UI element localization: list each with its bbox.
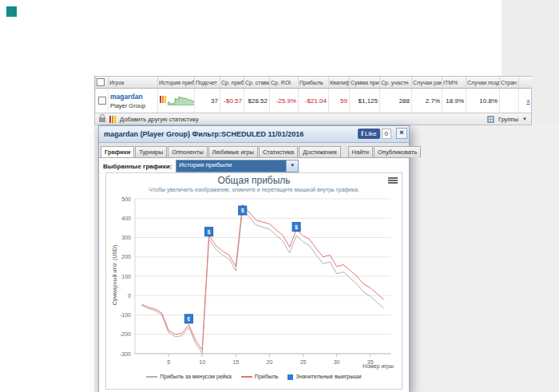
cell-avg-profit: -$0.57 bbox=[220, 89, 244, 113]
cell-avg-roi: -25.9% bbox=[270, 89, 299, 113]
row-checkbox-cell bbox=[96, 89, 109, 113]
profit-history-cell[interactable] bbox=[158, 89, 195, 113]
chart-select-value: История прибыли bbox=[176, 160, 286, 172]
remove-row-link[interactable]: x bbox=[527, 97, 530, 105]
svg-text:200: 200 bbox=[121, 254, 131, 259]
dialog-tabs: Графики Турниры Оппоненты Любимые игры С… bbox=[99, 143, 409, 158]
cell-qualified: 59 bbox=[329, 89, 350, 113]
legend-item-big-wins[interactable]: Значительные выигрыши bbox=[287, 374, 361, 380]
logo-fragment bbox=[6, 6, 17, 17]
svg-text:5: 5 bbox=[167, 359, 170, 365]
chevron-down-icon: ▼ bbox=[522, 117, 527, 121]
chart-select[interactable]: История прибыли ▼ bbox=[176, 160, 299, 172]
cell-avg-stake: $28.52 bbox=[244, 89, 270, 113]
column-header-country[interactable]: Стран bbox=[500, 77, 519, 89]
lock-icon bbox=[99, 117, 105, 122]
legend-item-net-profit[interactable]: Прибыль за минусом рейка bbox=[146, 374, 232, 379]
tab-opponents[interactable]: Оппоненты bbox=[168, 146, 207, 157]
cell-prize-total: $1,125 bbox=[350, 89, 380, 113]
svg-text:-100: -100 bbox=[120, 312, 131, 318]
player-graph-dialog: magardan (Player Group) Фильтр:SCHEDULED… bbox=[98, 125, 410, 392]
tab-tournaments[interactable]: Турниры bbox=[135, 146, 167, 157]
column-header-avg-roi[interactable]: Ср. ROI bbox=[270, 77, 299, 89]
column-header-qualified[interactable]: Квалиф bbox=[329, 77, 350, 89]
svg-text:€: € bbox=[188, 316, 191, 322]
facebook-like-widget: fLike 0 bbox=[358, 129, 391, 139]
table-row: magardan Player Group 37 -$0.57 $28.52 -… bbox=[96, 89, 532, 113]
svg-text:10: 10 bbox=[199, 359, 205, 365]
player-cell: magardan Player Group bbox=[109, 89, 158, 113]
add-statistic-button[interactable]: Добавить другую статистику bbox=[120, 116, 199, 123]
mini-graph-icon bbox=[160, 96, 166, 103]
svg-text:$: $ bbox=[295, 224, 298, 231]
player-group-label: Player Group bbox=[110, 102, 156, 109]
column-header-early-cases[interactable]: Случаи ран bbox=[412, 77, 442, 89]
svg-text:30: 30 bbox=[334, 359, 340, 365]
facebook-like-button[interactable]: fLike bbox=[358, 129, 379, 139]
column-header-avg-stake[interactable]: Ср. ставк bbox=[244, 77, 270, 89]
dialog-titlebar: magardan (Player Group) Фильтр:SCHEDULED… bbox=[99, 126, 409, 143]
cell-itm: 18.9% bbox=[442, 89, 466, 113]
facebook-icon: f bbox=[361, 130, 363, 137]
groups-icon bbox=[487, 116, 494, 123]
row-checkbox[interactable] bbox=[98, 97, 106, 105]
svg-text:$: $ bbox=[241, 208, 244, 214]
legend-line-sample bbox=[241, 376, 252, 378]
profit-sparkline[interactable] bbox=[168, 96, 194, 105]
cell-early-cases: 2.7% bbox=[412, 89, 442, 113]
groups-button[interactable]: Группы bbox=[498, 116, 518, 123]
chart-legend: Прибыль за минусом рейка Прибыль Значите… bbox=[106, 374, 402, 380]
chart-title: Общая прибыль bbox=[106, 175, 402, 186]
svg-text:500: 500 bbox=[121, 196, 131, 202]
column-header-profit[interactable]: Прибыль bbox=[299, 77, 329, 89]
tab-find[interactable]: Найти bbox=[348, 146, 373, 157]
column-header-history[interactable]: История приб bbox=[158, 77, 195, 89]
column-header-prize-total[interactable]: Сумма приз bbox=[350, 77, 380, 89]
dialog-title: magardan (Player Group) Фильтр:SCHEDULED… bbox=[104, 130, 303, 138]
tab-charts[interactable]: Графики bbox=[101, 146, 134, 157]
svg-text:25: 25 bbox=[300, 359, 307, 365]
chart-menu-icon[interactable] bbox=[388, 177, 398, 184]
column-header-count[interactable]: Подсчет bbox=[195, 77, 220, 89]
svg-text:-300: -300 bbox=[120, 351, 131, 357]
tab-statistics[interactable]: Статистика bbox=[259, 146, 298, 157]
svg-text:-200: -200 bbox=[120, 331, 131, 337]
legend-line-sample bbox=[146, 376, 157, 378]
like-count-badge: 0 bbox=[382, 129, 391, 139]
table-header-row: Игрок История приб Подсчет Ср. приб Ср. … bbox=[96, 77, 532, 89]
column-header-remove bbox=[519, 77, 532, 89]
svg-text:400: 400 bbox=[121, 216, 131, 221]
svg-text:100: 100 bbox=[121, 274, 131, 279]
x-axis-title: Номер игры bbox=[363, 363, 394, 369]
cell-profit: -$21.04 bbox=[299, 89, 329, 113]
chart-subtitle: Чтобы увеличить изображение, кликните и … bbox=[106, 187, 402, 192]
column-header-player[interactable]: Игрок bbox=[109, 77, 158, 89]
tab-publish[interactable]: Опубликовать bbox=[374, 146, 421, 157]
select-all-header[interactable] bbox=[96, 77, 109, 89]
cell-count: 37 bbox=[195, 89, 220, 113]
legend-item-profit[interactable]: Прибыль bbox=[241, 374, 279, 379]
column-header-avg-entrants[interactable]: Ср. участн bbox=[380, 77, 412, 89]
statistic-icon bbox=[109, 116, 116, 123]
profit-chart[interactable]: Общая прибыль Чтобы увеличить изображени… bbox=[105, 172, 402, 390]
column-header-late-cases[interactable]: Случаи позд bbox=[466, 77, 500, 89]
legend-square-sample bbox=[287, 374, 293, 380]
svg-text:300: 300 bbox=[121, 235, 131, 240]
y-axis-title: Суммарный итог (USD) bbox=[112, 200, 117, 351]
selected-charts-label: Выбранные графики: bbox=[103, 163, 172, 170]
cell-country bbox=[500, 89, 519, 113]
close-icon[interactable]: × bbox=[396, 128, 407, 139]
chart-plot-area[interactable]: -300-200-1000100200300400500510152025303… bbox=[106, 194, 400, 368]
player-stats-table: Игрок История приб Подсчет Ср. приб Ср. … bbox=[94, 76, 532, 125]
svg-text:15: 15 bbox=[232, 359, 239, 365]
chart-controls: Выбранные графики: История прибыли ▼ bbox=[99, 158, 409, 174]
column-header-itm[interactable]: ITM% bbox=[442, 77, 466, 89]
chevron-down-icon: ▼ bbox=[286, 160, 298, 172]
svg-text:20: 20 bbox=[267, 359, 273, 365]
column-header-avg-profit[interactable]: Ср. приб bbox=[220, 77, 244, 89]
svg-text:$: $ bbox=[208, 229, 211, 236]
tab-favorite-games[interactable]: Любимые игры bbox=[208, 146, 258, 157]
select-all-checkbox[interactable] bbox=[97, 78, 105, 86]
player-link[interactable]: magardan bbox=[110, 93, 156, 101]
tab-achievements[interactable]: Достижения bbox=[299, 146, 340, 157]
